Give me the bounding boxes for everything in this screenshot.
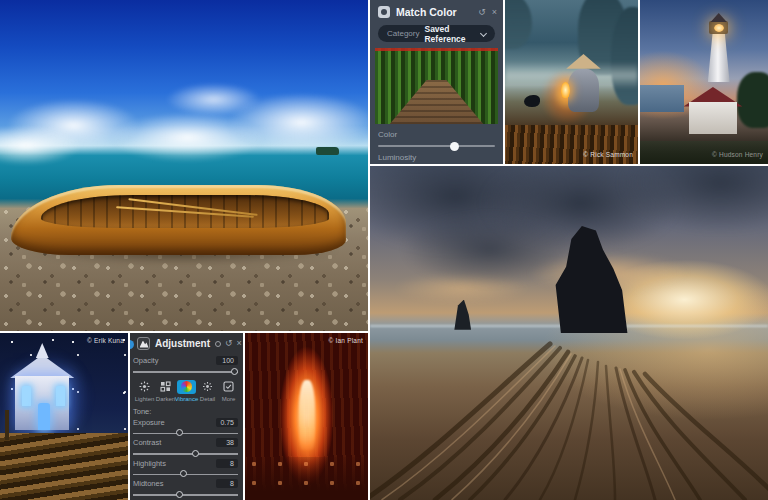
photo-lighthouse: © Hudson Henry xyxy=(640,0,768,164)
color-slider[interactable] xyxy=(378,145,495,147)
photo-fisherman: © Rick Sammon xyxy=(505,0,638,164)
wooden-boat xyxy=(11,185,346,255)
midtones-slider[interactable] xyxy=(133,494,238,496)
keeper-house xyxy=(689,102,738,135)
sea xyxy=(640,85,684,111)
opacity-slider[interactable] xyxy=(133,371,238,373)
chapel-window xyxy=(22,386,31,406)
fisherman-figure xyxy=(568,69,600,112)
bamboo-raft xyxy=(505,125,638,164)
panel-title: Adjustment xyxy=(155,338,210,349)
photo-sunset-beach xyxy=(370,166,768,500)
slider-label: Contrast xyxy=(133,438,161,447)
bamboo-path xyxy=(375,80,498,124)
sand-ridges xyxy=(370,326,768,500)
photo-red-cave: © Ian Plant xyxy=(245,333,368,500)
chevron-down-icon xyxy=(481,31,486,37)
lighthouse-tower xyxy=(708,33,730,82)
chapel-door xyxy=(38,403,50,430)
lighthouse-light xyxy=(714,24,724,32)
exposure-slider[interactable] xyxy=(133,433,238,435)
slider-label: Midtones xyxy=(133,479,163,488)
slider-row-highlights: Highlights 8 xyxy=(130,457,243,468)
cloud xyxy=(166,83,262,116)
slider-row-exposure: Exposure 0.75 xyxy=(130,416,243,427)
slider-value[interactable]: 8 xyxy=(216,479,238,488)
color-label: Color xyxy=(378,130,495,139)
step-rail xyxy=(5,410,9,440)
adjustment-header: Adjustment ↺ × xyxy=(130,333,243,353)
settings-icon[interactable] xyxy=(215,341,221,347)
highlights-slider[interactable] xyxy=(133,474,238,476)
slider-row-midtones: Midtones 8 xyxy=(130,477,243,488)
photo-credit: © Rick Sammon xyxy=(583,151,633,158)
slider-label: Highlights xyxy=(133,459,166,468)
close-icon[interactable]: × xyxy=(237,339,242,348)
slider-value[interactable]: 0.75 xyxy=(216,418,238,427)
adjustment-tabs: Lighten Darken Vibrance Detail xyxy=(130,375,243,404)
contrast-slider[interactable] xyxy=(133,453,238,455)
light-pillar xyxy=(299,380,315,450)
tone-section-label: Tone: xyxy=(133,407,243,416)
photo-collage: Match Color ↺ × Category Saved Reference… xyxy=(0,0,768,500)
photo-night-chapel: © Erik Kuna xyxy=(0,333,128,500)
cormorant-bird xyxy=(524,95,540,106)
photo-boat-beach xyxy=(0,0,368,331)
tab-lighten[interactable]: Lighten xyxy=(134,380,155,402)
slider-label: Exposure xyxy=(133,418,165,427)
wooden-steps xyxy=(0,433,128,500)
close-icon[interactable]: × xyxy=(492,8,497,17)
panel-title: Match Color xyxy=(396,6,472,18)
grid-icon xyxy=(156,380,175,394)
lighthouse-roof xyxy=(710,13,727,22)
checkbox-icon xyxy=(219,380,238,394)
category-label: Category xyxy=(387,29,419,38)
photo-credit: © Hudson Henry xyxy=(712,151,763,158)
category-dropdown[interactable]: Category Saved Reference xyxy=(378,25,495,42)
color-slider-knob[interactable] xyxy=(450,142,459,151)
trees xyxy=(737,72,768,128)
photo-credit: © Erik Kuna xyxy=(87,337,124,344)
karst-mountain xyxy=(505,0,532,49)
reset-icon[interactable]: ↺ xyxy=(478,8,486,17)
luminosity-label: Luminosity xyxy=(378,153,495,162)
distant-boat xyxy=(316,147,338,154)
reference-image-bamboo[interactable] xyxy=(375,48,498,124)
match-color-icon xyxy=(378,6,390,18)
color-sphere-icon xyxy=(177,380,196,394)
opacity-slider-knob[interactable] xyxy=(231,368,238,375)
tab-more[interactable]: More xyxy=(218,380,239,402)
adjustment-panel: Adjustment ↺ × Opacity 100 Lighten xyxy=(130,333,243,500)
match-color-panel: Match Color ↺ × Category Saved Reference… xyxy=(370,0,503,164)
tab-vibrance[interactable]: Vibrance xyxy=(176,380,197,402)
category-value: Saved Reference xyxy=(424,24,476,44)
sun-icon xyxy=(135,380,154,394)
photo-credit: © Ian Plant xyxy=(329,337,363,344)
lamp-flame xyxy=(561,82,570,98)
boat-interior xyxy=(41,195,329,228)
slider-value[interactable]: 8 xyxy=(216,459,238,468)
slider-knob[interactable] xyxy=(192,450,199,457)
slider-value[interactable]: 38 xyxy=(216,438,238,447)
chapel-window xyxy=(56,386,65,406)
reset-icon[interactable]: ↺ xyxy=(225,339,233,348)
storm-cloud xyxy=(402,213,577,286)
cave-floor xyxy=(245,457,368,500)
opacity-value[interactable]: 100 xyxy=(216,356,238,365)
opacity-label: Opacity xyxy=(133,356,158,365)
adjustment-layer-icon xyxy=(137,337,150,350)
tab-darken[interactable]: Darken xyxy=(155,380,176,402)
tab-detail[interactable]: Detail xyxy=(197,380,218,402)
sharpen-icon xyxy=(198,380,217,394)
match-color-header: Match Color ↺ × xyxy=(370,0,503,22)
slider-row-contrast: Contrast 38 xyxy=(130,436,243,447)
